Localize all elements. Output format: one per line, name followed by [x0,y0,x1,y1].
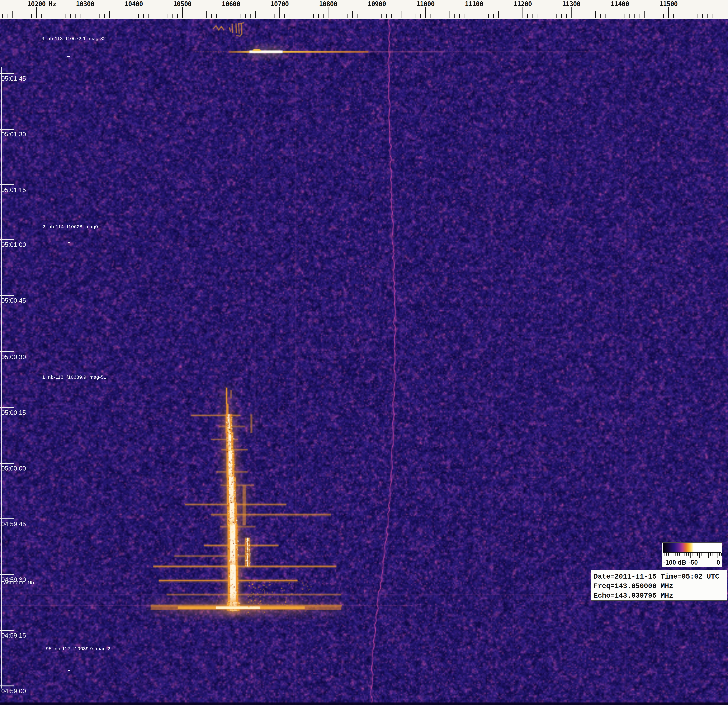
legend-tick [705,553,705,556]
frequency-tick-label: 10200 [27,0,46,8]
frequency-tick [668,7,669,18]
legend-tick [712,553,712,556]
frequency-tick [440,14,440,18]
frequency-tick [484,14,484,18]
frequency-tick [289,14,289,18]
frequency-tick [644,11,644,18]
frequency-tick [683,14,683,18]
legend-tick [676,553,676,556]
frequency-tick [163,14,163,18]
frequency-tick [182,7,183,18]
frequency-tick [352,11,353,18]
frequency-tick [231,7,231,18]
frequency-tick [299,14,299,18]
frequency-tick [255,11,256,18]
legend-tick [719,553,720,556]
frequency-tick [561,14,562,18]
frequency-tick [202,14,202,18]
frequency-tick [372,14,372,18]
legend-tick [670,553,670,556]
time-tick [0,129,14,130]
frequency-tick [304,11,304,18]
frequency-tick [639,14,640,18]
time-axis-line [1,66,2,689]
frequency-tick [95,14,95,18]
legend-tick [706,553,707,556]
frequency-tick [168,14,168,18]
last-hour-count-label: Last hour= 95 [1,579,34,585]
frequency-tick-label: 11200 [513,0,532,8]
legend-tick [683,553,683,556]
frequency-tick [17,14,17,18]
legend-tick [673,553,674,556]
frequency-tick [235,14,236,18]
frequency-tick [367,14,367,18]
frequency-tick [654,14,654,18]
frequency-tick [270,14,270,18]
frequency-tick [207,11,207,18]
legend-tick [679,553,680,556]
frequency-tick [547,11,547,18]
frequency-tick [260,14,260,18]
frequency-tick [85,7,85,18]
legend-label-mid: -50 [689,559,698,566]
frequency-tick [221,14,221,18]
frequency-tick [600,14,601,18]
frequency-tick [70,14,71,18]
frequency-tick [342,14,343,18]
frequency-tick [663,14,664,18]
meteor-event-marker [68,242,70,243]
time-tick-label: 04:59:45 [1,520,26,528]
frequency-tick [41,14,42,18]
frequency-tick [508,14,508,18]
frequency-tick [318,14,319,18]
time-tick [0,630,14,631]
frequency-tick [250,14,251,18]
frequency-tick [265,14,265,18]
frequency-tick [7,14,7,18]
frequency-tick [571,7,572,18]
time-tick-label: 04:59:00 [1,688,26,695]
frequency-tick [56,14,56,18]
time-tick-label: 05:00:45 [1,297,26,304]
frequency-tick [698,14,698,18]
frequency-tick-label: 11300 [562,0,580,8]
legend-tick [710,553,711,556]
legend-tick [681,553,681,558]
frequency-tick-label: 10900 [368,0,386,8]
time-tick [0,407,14,408]
frequency-tick [576,14,576,18]
frequency-tick [134,7,134,18]
legend-tick [699,553,700,558]
legend-tick [686,553,687,556]
frequency-tick [80,14,81,18]
frequency-tick [556,14,557,18]
frequency-tick [148,14,149,18]
frequency-tick [2,14,3,18]
frequency-tick [702,14,703,18]
frequency-tick [416,14,416,18]
frequency-tick [61,11,61,18]
legend-tick-ruler [663,553,721,559]
legend-tick [696,553,696,556]
time-tick-label: 05:00:00 [1,465,26,472]
frequency-tick [620,7,620,18]
frequency-tick-label: 10400 [124,0,143,8]
time-tick [0,463,14,464]
frequency-tick [420,14,421,18]
frequency-tick [226,14,226,18]
frequency-tick [552,14,552,18]
frequency-tick [36,7,37,18]
frequency-tick [488,14,489,18]
frequency-ruler: Hz 1020010300104001050010600107001080010… [0,0,728,19]
frequency-tick [328,7,328,18]
observation-info-box: Date=2011-11-15 Time=05:02 UTC Freq=143.… [591,570,727,601]
time-tick [0,295,14,296]
frequency-tick [493,14,494,18]
legend-tick [714,553,714,556]
frequency-tick [591,14,591,18]
legend-tick [703,553,703,556]
legend-tick [698,553,698,556]
frequency-tick [430,14,430,18]
legend-tick [663,553,663,558]
